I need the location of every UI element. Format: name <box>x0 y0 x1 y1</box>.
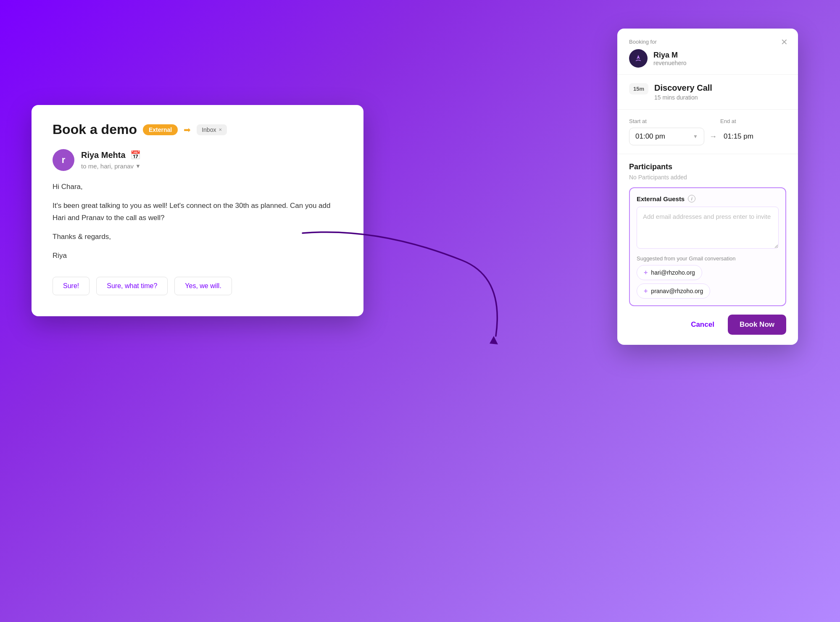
booking-user-info: Riya M revenuehero <box>653 51 687 66</box>
start-time-select[interactable]: 01:00 pm ▼ <box>629 128 704 145</box>
start-time-value: 01:00 pm <box>635 132 665 141</box>
email-panel: Book a demo External ➡ Inbox × r Riya Me… <box>32 105 363 316</box>
booking-avatar <box>629 49 648 68</box>
booking-user-name: Riya M <box>653 51 687 60</box>
no-participants-text: No Participants added <box>629 174 786 181</box>
chevron-down-icon: ▼ <box>693 134 698 139</box>
meeting-duration-text: 15 mins duration <box>654 94 712 101</box>
recipients-dropdown-arrow[interactable]: ▼ <box>135 163 141 169</box>
close-button[interactable]: ✕ <box>781 38 788 46</box>
email-body: Hi Chara, It's been great talking to you… <box>53 181 342 262</box>
email-header: Book a demo External ➡ Inbox × <box>53 122 342 137</box>
email-sender-row: r Riya Mehta 📅 to me, hari, pranav ▼ <box>53 149 342 171</box>
external-guests-label: External Guests <box>637 195 685 202</box>
info-icon: i <box>688 195 695 202</box>
time-inputs-row: 01:00 pm ▼ → 01:15 pm <box>629 128 786 145</box>
chip-plus-icon: + <box>644 269 648 276</box>
avatar-icon <box>632 52 644 64</box>
badge-external: External <box>143 124 178 135</box>
sender-to: to me, hari, pranav ▼ <box>81 163 142 170</box>
svg-marker-0 <box>490 336 498 344</box>
arrow-right-icon: ➡ <box>184 125 191 135</box>
time-section: Start at End at 01:00 pm ▼ → 01:15 pm <box>617 110 798 154</box>
badge-inbox: Inbox × <box>197 124 227 135</box>
quick-reply-time[interactable]: Sure, what time? <box>96 277 168 295</box>
booking-for-label: Booking for <box>629 39 786 45</box>
meeting-info: Discovery Call 15 mins duration <box>654 83 712 101</box>
cancel-button[interactable]: Cancel <box>684 316 721 333</box>
sender-name: Riya Mehta <box>81 150 126 160</box>
guest-email-textarea[interactable] <box>637 207 779 249</box>
end-time-value: 01:15 pm <box>722 132 786 141</box>
participants-section: Participants No Participants added <box>617 154 798 181</box>
suggestion-chips: + hari@rhzoho.org + pranav@rhzoho.org <box>637 265 779 299</box>
end-at-label: End at <box>720 118 740 124</box>
meeting-title: Discovery Call <box>654 83 712 93</box>
participants-title: Participants <box>629 163 786 171</box>
calendar-icon: 📅 <box>130 149 142 161</box>
booking-header: Booking for Riya M revenuehero <box>617 29 798 75</box>
suggestion-chip-pranav[interactable]: + pranav@rhzoho.org <box>637 283 710 299</box>
start-at-label: Start at <box>629 118 647 124</box>
time-arrow-icon: → <box>709 132 717 141</box>
external-guests-box: External Guests i Suggested from your Gm… <box>629 187 786 306</box>
quick-reply-sure[interactable]: Sure! <box>53 277 90 295</box>
sender-info: Riya Mehta 📅 to me, hari, pranav ▼ <box>81 149 142 170</box>
sender-name-row: Riya Mehta 📅 <box>81 149 142 161</box>
sender-avatar: r <box>53 149 74 171</box>
inbox-badge-close[interactable]: × <box>219 126 222 133</box>
booking-user-row: Riya M revenuehero <box>629 49 786 68</box>
time-labels: Start at End at <box>629 118 786 124</box>
chip-plus-icon-2: + <box>644 287 648 295</box>
svg-point-1 <box>632 52 644 64</box>
duration-badge: 15m <box>629 83 648 94</box>
quick-replies: Sure! Sure, what time? Yes, we will. <box>53 277 342 295</box>
email-title: Book a demo <box>53 122 137 137</box>
booking-footer: Cancel Book Now <box>617 306 798 345</box>
booking-panel: ✕ Booking for Riya M revenuehero 15m Dis… <box>617 29 798 345</box>
booking-user-company: revenuehero <box>653 60 687 66</box>
booking-meeting: 15m Discovery Call 15 mins duration <box>617 75 798 110</box>
suggestions-label: Suggested from your Gmail conversation <box>637 255 779 262</box>
suggestion-email-pranav: pranav@rhzoho.org <box>651 288 703 294</box>
external-guests-label-row: External Guests i <box>637 195 779 202</box>
book-now-button[interactable]: Book Now <box>728 315 786 335</box>
quick-reply-yes[interactable]: Yes, we will. <box>174 277 232 295</box>
suggestion-email-hari: hari@rhzoho.org <box>651 269 695 276</box>
suggestion-chip-hari[interactable]: + hari@rhzoho.org <box>637 265 702 280</box>
